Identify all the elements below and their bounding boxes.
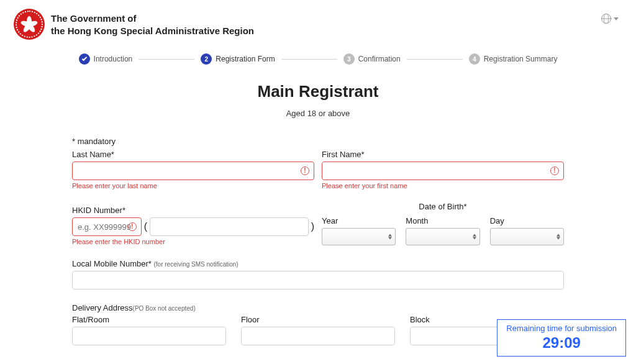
hkid-check-digit-input[interactable]: [150, 217, 309, 236]
delivery-hint: (PO Box not accepted): [133, 305, 196, 312]
hkid-error: Please enter the HKID number: [72, 238, 314, 245]
step-complete-icon: [79, 53, 90, 65]
lastname-label: Last Name*: [72, 150, 314, 159]
gov-title: The Government of the Hong Kong Special …: [51, 9, 254, 37]
gov-title-line2: the Hong Kong Special Administrative Reg…: [51, 25, 254, 37]
delivery-label: Delivery Address(PO Box not accepted): [72, 303, 564, 312]
error-icon: !: [301, 166, 309, 175]
mobile-input[interactable]: [72, 271, 564, 289]
firstname-input[interactable]: [322, 162, 564, 180]
page-subtitle: Aged 18 or above: [72, 109, 564, 118]
year-label: Year: [322, 216, 396, 225]
floor-label: Floor: [241, 315, 395, 324]
paren-right: ): [311, 221, 314, 232]
timer-value: 29:09: [506, 334, 617, 352]
step-label: Registration Form: [216, 55, 275, 63]
gov-title-line1: The Government of: [51, 12, 254, 25]
submission-timer: Remaining time for submission 29:09: [497, 319, 626, 357]
firstname-error: Please enter your first name: [322, 182, 564, 189]
paren-left: (: [144, 221, 147, 232]
progress-stepper: Introduction 2 Registration Form 3 Confi…: [0, 40, 636, 71]
flat-label: Flat/Room: [72, 315, 226, 324]
mobile-hint: (for receiving SMS notification): [154, 261, 238, 268]
globe-icon: [601, 14, 611, 24]
step-introduction: Introduction: [79, 53, 133, 65]
delivery-label-text: Delivery Address: [72, 303, 133, 312]
year-select[interactable]: [322, 228, 396, 245]
step-label: Confirmation: [358, 55, 401, 63]
flat-input[interactable]: [72, 327, 226, 345]
step-label: Introduction: [94, 55, 133, 63]
step-number: 3: [343, 53, 355, 65]
day-select[interactable]: [490, 228, 564, 245]
timer-label: Remaining time for submission: [506, 324, 617, 333]
lastname-error: Please enter your last name: [72, 182, 314, 189]
hkid-label: HKID Number*: [72, 206, 314, 215]
chevron-down-icon: [614, 17, 619, 20]
error-icon: !: [550, 166, 559, 175]
day-label: Day: [490, 216, 564, 225]
mobile-label: Local Mobile Number* (for receiving SMS …: [72, 259, 564, 268]
step-confirmation: 3 Confirmation: [343, 53, 401, 65]
month-select[interactable]: [406, 228, 479, 245]
hksar-emblem: [14, 9, 45, 40]
language-switcher[interactable]: [601, 14, 619, 24]
step-registration-form: 2 Registration Form: [201, 53, 275, 65]
dob-label: Date of Birth*: [322, 202, 564, 211]
month-label: Month: [406, 216, 479, 225]
step-number: 4: [469, 53, 480, 65]
floor-input[interactable]: [241, 327, 395, 345]
lastname-input[interactable]: [72, 162, 314, 180]
mandatory-note: * mandatory: [72, 137, 564, 146]
mobile-label-text: Local Mobile Number*: [72, 259, 154, 268]
step-number: 2: [201, 53, 212, 65]
step-summary: 4 Registration Summary: [469, 53, 558, 65]
page-title: Main Registrant: [72, 82, 564, 101]
firstname-label: First Name*: [322, 150, 564, 159]
error-icon: !: [128, 222, 137, 231]
step-label: Registration Summary: [484, 55, 558, 63]
